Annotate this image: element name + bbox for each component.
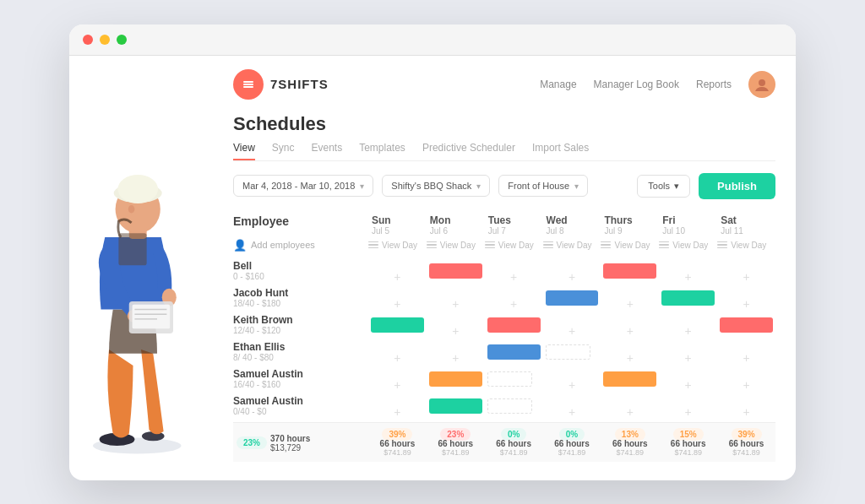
shift-cell[interactable]: + <box>659 367 717 391</box>
shift-cell[interactable] <box>601 259 659 283</box>
add-shift-icon[interactable]: + <box>510 298 517 310</box>
view-day-sat[interactable]: View Day <box>717 239 775 252</box>
shift-cell[interactable]: + <box>368 340 427 364</box>
add-shift-icon[interactable]: + <box>627 325 634 337</box>
add-shift-icon[interactable]: + <box>394 352 400 364</box>
shift-cell[interactable]: + <box>601 394 659 418</box>
tab-import[interactable]: Import Sales <box>532 142 589 160</box>
shift-cell[interactable] <box>485 340 543 364</box>
tab-events[interactable]: Events <box>311 142 342 160</box>
add-employees-button[interactable]: 👤 Add employees <box>233 239 368 252</box>
shift-cell[interactable] <box>485 394 543 418</box>
nav-logbook[interactable]: Manager Log Book <box>594 79 679 90</box>
add-shift-icon[interactable]: + <box>743 271 749 283</box>
col-header-tues: Tues Jul 7 <box>485 213 543 237</box>
nav-reports[interactable]: Reports <box>696 79 732 90</box>
add-shift-icon[interactable]: + <box>685 406 692 418</box>
shift-cell[interactable]: + <box>601 340 659 364</box>
shift-cell[interactable]: + <box>717 340 775 364</box>
publish-button[interactable]: Publish <box>699 173 775 199</box>
view-day-wed[interactable]: View Day <box>543 239 601 252</box>
shift-cell[interactable]: + <box>601 313 659 337</box>
add-shift-icon[interactable]: + <box>394 298 400 310</box>
add-shift-icon[interactable]: + <box>569 271 575 283</box>
shift-cell[interactable]: + <box>543 394 601 418</box>
tab-predictive[interactable]: Predictive Scheduler <box>422 142 515 160</box>
shift-cell[interactable]: + <box>368 259 427 283</box>
tab-view[interactable]: View <box>233 142 255 160</box>
shift-cell[interactable] <box>427 259 485 283</box>
add-shift-icon[interactable]: + <box>394 379 400 391</box>
shift-cell[interactable] <box>659 286 717 310</box>
shift-cell[interactable]: + <box>717 394 775 418</box>
shift-cell[interactable]: + <box>543 313 601 337</box>
shift-cell[interactable]: + <box>659 313 717 337</box>
shift-cell[interactable] <box>427 367 485 391</box>
add-shift-icon[interactable]: + <box>743 406 749 418</box>
add-shift-icon[interactable]: + <box>685 271 692 283</box>
add-shift-icon[interactable]: + <box>452 325 459 337</box>
view-day-tues[interactable]: View Day <box>485 239 543 252</box>
shift-cell[interactable]: + <box>427 313 485 337</box>
add-shift-icon[interactable]: + <box>685 352 692 364</box>
add-shift-icon[interactable]: + <box>394 271 400 283</box>
shift-cell[interactable] <box>427 394 485 418</box>
add-shift-icon[interactable]: + <box>627 352 634 364</box>
shift-cell[interactable] <box>485 367 543 391</box>
shift-cell[interactable]: + <box>543 367 601 391</box>
shift-cell[interactable]: + <box>427 340 485 364</box>
shift-cell[interactable] <box>717 313 775 337</box>
add-shift-icon[interactable]: + <box>743 379 749 391</box>
add-shift-icon[interactable]: + <box>394 406 400 418</box>
add-shift-icon[interactable]: + <box>743 298 749 310</box>
tab-templates[interactable]: Templates <box>359 142 405 160</box>
logo-icon <box>233 69 264 100</box>
view-day-sun[interactable]: View Day <box>368 239 427 252</box>
add-shift-icon[interactable]: + <box>569 406 575 418</box>
tab-sync[interactable]: Sync <box>272 142 295 160</box>
view-day-mon[interactable]: View Day <box>427 239 485 252</box>
date-range-dropdown[interactable]: Mar 4, 2018 - Mar 10, 2018 ▾ <box>233 175 373 197</box>
dot-red[interactable] <box>83 35 93 45</box>
shift-cell[interactable] <box>543 286 601 310</box>
shift-cell[interactable]: + <box>368 367 427 391</box>
shift-cell[interactable] <box>485 313 543 337</box>
add-shift-icon[interactable]: + <box>627 406 634 418</box>
add-shift-icon[interactable]: + <box>569 325 575 337</box>
shift-cell[interactable]: + <box>485 286 543 310</box>
add-shift-icon[interactable]: + <box>452 298 459 310</box>
shift-cell[interactable]: + <box>543 259 601 283</box>
location-dropdown[interactable]: Shifty's BBQ Shack ▾ <box>382 175 490 197</box>
add-shift-icon[interactable]: + <box>510 271 517 283</box>
shift-cell[interactable] <box>543 340 601 364</box>
tools-dropdown[interactable]: Tools ▾ <box>637 175 690 198</box>
view-day-thurs[interactable]: View Day <box>601 239 659 252</box>
shift-cell[interactable] <box>368 313 427 337</box>
shift-cell[interactable]: + <box>368 286 427 310</box>
shift-cell[interactable]: + <box>717 367 775 391</box>
employee-row: Samuel Austin16/40 - $160++++ <box>233 366 775 392</box>
nav-avatar[interactable] <box>748 71 775 98</box>
shift-cell[interactable]: + <box>485 259 543 283</box>
shift-cell[interactable]: + <box>717 259 775 283</box>
shift-cell[interactable]: + <box>659 259 717 283</box>
department-dropdown[interactable]: Front of House ▾ <box>498 175 588 197</box>
shift-cell[interactable]: + <box>659 340 717 364</box>
shift-cell[interactable] <box>601 367 659 391</box>
nav-manage[interactable]: Manage <box>540 79 576 90</box>
add-shift-icon[interactable]: + <box>452 352 459 364</box>
add-shift-icon[interactable]: + <box>569 379 575 391</box>
view-day-fri[interactable]: View Day <box>659 239 717 252</box>
employee-info: Samuel Austin16/40 - $160 <box>233 368 368 389</box>
shift-cell[interactable]: + <box>427 286 485 310</box>
shift-cell[interactable]: + <box>601 286 659 310</box>
add-shift-icon[interactable]: + <box>685 379 692 391</box>
add-shift-icon[interactable]: + <box>627 298 634 310</box>
shift-cell[interactable]: + <box>717 286 775 310</box>
add-shift-icon[interactable]: + <box>685 325 692 337</box>
dot-yellow[interactable] <box>100 35 110 45</box>
shift-cell[interactable]: + <box>368 394 427 418</box>
shift-cell[interactable]: + <box>659 394 717 418</box>
dot-green[interactable] <box>117 35 127 45</box>
add-shift-icon[interactable]: + <box>743 352 749 364</box>
